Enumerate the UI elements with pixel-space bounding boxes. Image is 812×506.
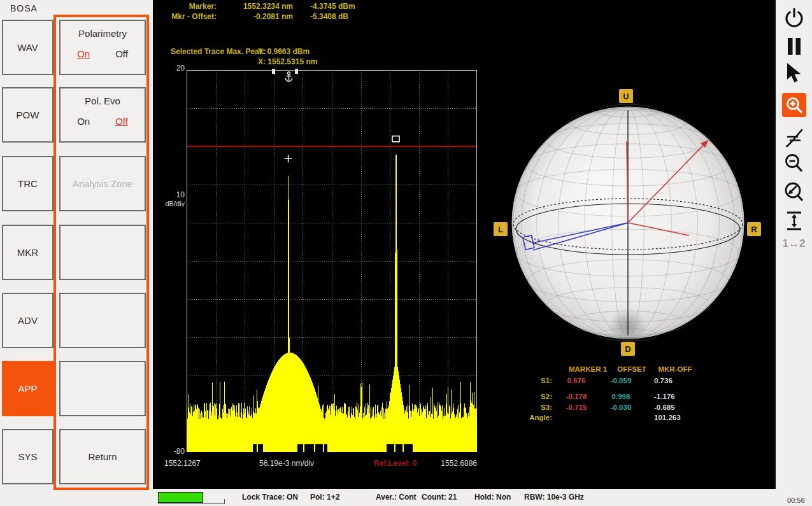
sidebar-item-label: MKR [17, 247, 38, 258]
zoom-reset-button[interactable] [783, 181, 805, 206]
right-toolbar: 1↔2 [774, 0, 812, 489]
status-lock-trace: Lock Trace: ON [242, 493, 298, 502]
sidebar-item-adv[interactable]: ADV [2, 293, 53, 348]
pol-evo-off-option[interactable]: Off [115, 116, 128, 127]
compare-traces-button[interactable]: 1↔2 [783, 237, 806, 250]
power-icon [784, 8, 804, 29]
y-axis-top-label: 20 [164, 64, 185, 73]
max-peak-y-value: Y: 0.9663 dBm [258, 47, 310, 56]
x-axis-right-label: 1552.6886 [427, 459, 477, 468]
polarimetry-off-option[interactable]: Off [115, 48, 128, 59]
pause-button[interactable] [786, 38, 802, 58]
return-button[interactable]: Return [59, 429, 146, 484]
stokes-s3-marker: -0.715 [560, 404, 592, 411]
stokes-s1-offset: -0.059 [606, 377, 636, 384]
stokes-header-mkroff: MKR-OFF [652, 365, 699, 373]
stokes-s3-offset: -0.030 [606, 404, 636, 411]
marker-wavelength: 1552.3234 nm [228, 2, 293, 11]
sphere-label-right: R [747, 222, 761, 236]
stokes-angle-value: 101.263 [654, 414, 681, 421]
power-button[interactable] [784, 8, 804, 32]
analysis-zone-label: Analysis Zone [61, 157, 145, 210]
progress-baseline [158, 503, 225, 504]
sphere-label-up: U [619, 89, 633, 103]
x-axis-div-label: 56.19e-3 nm/div [259, 459, 314, 468]
y-axis-scale-value: 10 [164, 190, 185, 199]
mkr-offset-label: Mkr - Offset: [166, 12, 217, 21]
empty-panel-slot [59, 225, 146, 280]
marker-power: -4.3745 dBm [310, 2, 355, 11]
zoom-in-button[interactable] [782, 93, 806, 117]
stokes-angle-label: Angle: [509, 414, 552, 421]
empty-panel-slot [59, 361, 146, 416]
sidebar-item-label: POW [17, 109, 39, 120]
y-axis-bottom-label: -80 [162, 447, 185, 456]
stokes-s1-mkroff: 0.736 [654, 377, 673, 384]
zone-handle-left[interactable] [272, 69, 275, 74]
pointer-button[interactable] [784, 62, 804, 87]
main-display-area: Marker: 1552.3234 nm -4.3745 dBm Mkr - O… [153, 0, 774, 489]
sidebar-item-trc[interactable]: TRC [2, 156, 53, 211]
stokes-s1-marker: 0.676 [560, 377, 592, 384]
status-bar: Lock Trace: ON Pol: 1+2 Aver.: Cont Coun… [153, 489, 812, 506]
polarimetry-title: Polarimetry [61, 28, 145, 39]
poincare-sphere[interactable] [503, 98, 753, 348]
empty-panel-slot [59, 293, 146, 348]
zone-handle-right[interactable] [295, 69, 298, 74]
max-peak-label: Selected Trace Max. Peak: [171, 47, 266, 56]
sidebar-item-pow[interactable]: POW [2, 87, 53, 143]
return-label: Return [61, 430, 145, 483]
progress-end-tick [224, 499, 225, 504]
sweep-progress-bar [158, 492, 203, 503]
stokes-s3-mkroff: -0.685 [654, 404, 675, 411]
stokes-s2-mkroff: -1.176 [654, 393, 675, 400]
sidebar-item-label: ADV [18, 315, 38, 326]
polarimetry-panel: Polarimetry On Off [59, 20, 146, 75]
ref-level-label: Ref.Level: 0 [374, 459, 417, 468]
threshold-button[interactable] [784, 128, 804, 151]
app-title: BOSA [10, 3, 38, 13]
spectrum-plot[interactable] [187, 70, 477, 452]
bosa-app-window: BOSA WAV POW TRC MKR ADV APP SYS Polarim… [0, 0, 812, 506]
sidebar-item-app[interactable]: APP [2, 361, 53, 416]
sphere-label-down: D [621, 342, 635, 356]
fit-vertical-button[interactable] [785, 211, 804, 234]
sidebar-item-label: APP [18, 383, 37, 394]
zoom-in-icon [785, 95, 804, 115]
stokes-s2-marker: -0.178 [560, 393, 592, 400]
analysis-zone-button[interactable]: Analysis Zone [59, 156, 146, 211]
stokes-row-label: S3: [509, 404, 552, 411]
stokes-s2-offset: 0.998 [606, 393, 636, 400]
mkr-offset-power: -5.3408 dB [310, 12, 348, 21]
stokes-row-label: S2: [509, 393, 552, 400]
stokes-header-marker1: MARKER 1 [564, 365, 612, 373]
sidebar-item-sys[interactable]: SYS [2, 429, 53, 484]
status-count: Count: 21 [422, 493, 457, 502]
status-hold: Hold: Non [474, 493, 511, 502]
sidebar-item-wav[interactable]: WAV [2, 20, 53, 75]
pol-evo-title: Pol. Evo [61, 95, 145, 106]
mkr-offset-wavelength: -0.2081 nm [228, 12, 293, 21]
pol-evo-on-option[interactable]: On [77, 116, 90, 127]
pol-evo-panel: Pol. Evo On Off [59, 87, 146, 143]
stokes-row-label: S1: [509, 377, 552, 384]
pointer-icon [784, 62, 804, 85]
polarimetry-on-option[interactable]: On [77, 48, 90, 59]
zoom-out-button[interactable] [785, 153, 804, 176]
zoom-reset-icon [783, 181, 805, 203]
stokes-header-offset: OFFSET [613, 365, 650, 373]
sidebar-item-label: SYS [18, 451, 37, 462]
sphere-label-left: L [494, 222, 508, 236]
sidebar-item-mkr[interactable]: MKR [2, 225, 53, 280]
anchor-icon[interactable] [284, 71, 294, 85]
zoom-out-icon [785, 153, 804, 174]
status-averaging: Aver.: Cont [376, 493, 417, 502]
status-rbw: RBW: 10e-3 GHz [524, 493, 584, 502]
marker-label: Marker: [166, 2, 217, 11]
sidebar-item-label: WAV [17, 42, 38, 53]
status-pol: Pol: 1+2 [310, 493, 339, 502]
y-axis-scale-unit: dB/div [154, 200, 185, 207]
pause-icon [786, 38, 802, 55]
sidebar-item-label: TRC [18, 178, 38, 189]
max-peak-x-value: X: 1552.5315 nm [258, 57, 317, 66]
